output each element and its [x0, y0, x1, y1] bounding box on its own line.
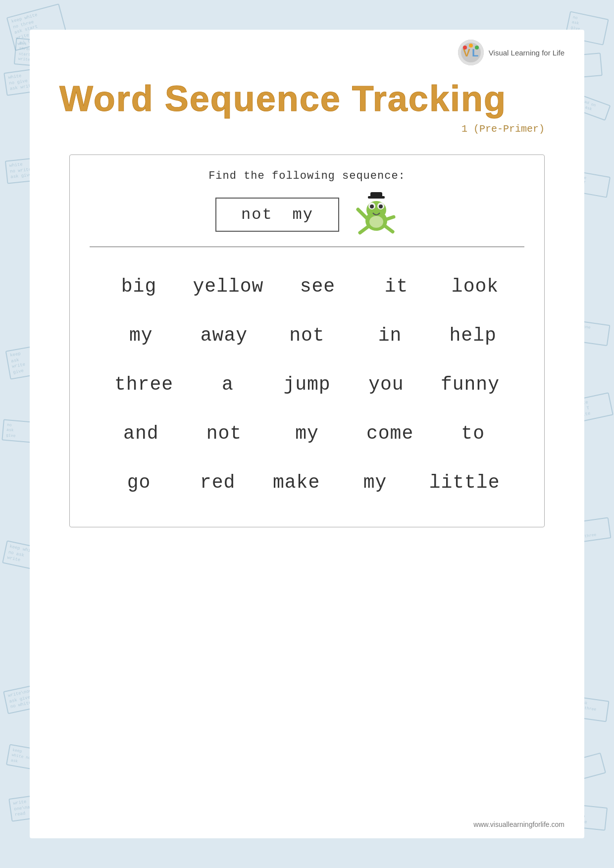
word-cell: not — [282, 325, 332, 346]
svg-point-4 — [463, 46, 467, 50]
word-cell: yellow — [193, 276, 264, 297]
footer-url: www.visuallearningforlife.com — [473, 820, 564, 828]
svg-line-16 — [385, 226, 393, 232]
frog-icon — [354, 192, 399, 237]
sequence-word2: my — [293, 205, 313, 224]
word-cell: help — [448, 325, 498, 346]
svg-line-15 — [358, 209, 366, 218]
main-page: Word Sequence Tracking 1 (Pre-Primer) Fi… — [30, 30, 584, 838]
word-cell: see — [293, 276, 342, 297]
svg-point-5 — [469, 44, 473, 48]
word-cell: you — [361, 374, 411, 395]
word-cell: a — [203, 374, 253, 395]
word-cell: funny — [441, 374, 500, 395]
sequence-box: not my — [215, 198, 339, 232]
footer: www.visuallearningforlife.com — [473, 820, 564, 828]
word-cell: make — [272, 472, 321, 493]
content-divider — [90, 247, 524, 247]
instruction-text: Find the following sequence: — [90, 170, 524, 182]
logo-text: Visual Learning for Life — [489, 49, 564, 57]
word-cell: my — [282, 423, 332, 444]
page-title: Word Sequence Tracking — [59, 79, 555, 118]
word-cell: my — [116, 325, 166, 346]
word-cell: big — [114, 276, 164, 297]
svg-line-18 — [386, 217, 394, 219]
logo-area: V L Visual Learning for Life — [458, 40, 564, 65]
word-cell: come — [365, 423, 415, 444]
svg-point-12 — [379, 204, 383, 208]
word-row-3: three a jump you funny — [90, 360, 524, 409]
word-row-5: go red make my little — [90, 458, 524, 507]
word-cell: in — [365, 325, 415, 346]
word-cell: to — [448, 423, 498, 444]
word-grid: big yellow see it look my away not in he… — [90, 262, 524, 507]
sequence-row: not my — [90, 192, 524, 237]
word-cell: away — [199, 325, 249, 346]
word-cell: go — [114, 472, 164, 493]
word-row-2: my away not in help — [90, 311, 524, 360]
logo-icon: V L — [458, 40, 484, 65]
content-box: Find the following sequence: not my — [69, 154, 545, 527]
word-row-4: and not my come to — [90, 409, 524, 458]
word-cell: and — [116, 423, 166, 444]
word-cell: my — [351, 472, 400, 493]
word-cell: jump — [282, 374, 332, 395]
word-cell: little — [429, 472, 500, 493]
svg-rect-14 — [370, 192, 382, 198]
word-cell: look — [450, 276, 500, 297]
subtitle: 1 (Pre-Primer) — [59, 123, 545, 135]
sequence-word1: not — [241, 205, 273, 224]
svg-point-6 — [475, 46, 479, 50]
word-cell: it — [371, 276, 421, 297]
word-cell: three — [114, 374, 173, 395]
svg-point-11 — [370, 204, 374, 208]
word-cell: red — [193, 472, 243, 493]
svg-point-19 — [369, 216, 383, 228]
word-row-1: big yellow see it look — [90, 262, 524, 311]
svg-line-17 — [360, 227, 368, 233]
word-cell: not — [199, 423, 249, 444]
